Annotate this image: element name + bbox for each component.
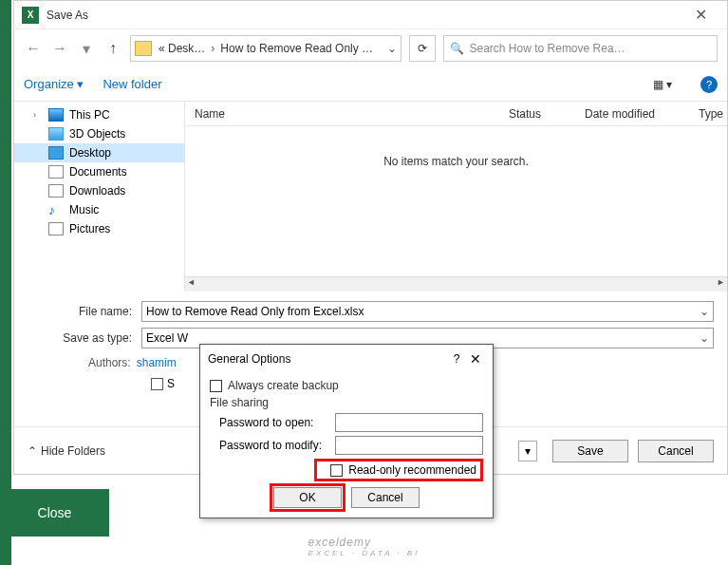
music-icon: ♪	[48, 203, 64, 217]
filename-value: How to Remove Read Only from Excel.xlsx	[146, 305, 364, 318]
chevron-down-icon[interactable]: ⌄	[700, 305, 709, 318]
tree-item-3d-objects[interactable]: 3D Objects	[14, 124, 184, 143]
column-headers: Name Status Date modified Type	[185, 102, 727, 126]
filename-input[interactable]: How to Remove Read Only from Excel.xlsx …	[141, 301, 714, 322]
folder-icon	[135, 41, 152, 56]
password-open-label: Password to open:	[219, 416, 335, 429]
close-icon[interactable]: ✕	[466, 351, 485, 367]
readonly-recommended-checkbox[interactable]	[330, 464, 343, 477]
view-options-button[interactable]: ▦ ▾	[653, 78, 672, 91]
tree-label: Desktop	[69, 146, 111, 160]
genopt-titlebar: General Options ? ✕	[200, 345, 493, 373]
hide-folders-label: Hide Folders	[41, 444, 105, 458]
pc-icon	[48, 108, 64, 122]
hide-folders-button[interactable]: ⌃ Hide Folders	[28, 444, 105, 458]
col-name[interactable]: Name	[185, 107, 499, 121]
navbar: ← → ▾ ↑ « Desk… › How to Remove Read Onl…	[14, 29, 727, 67]
tools-dropdown[interactable]: ▾	[518, 441, 537, 461]
savetype-label: Save as type:	[28, 331, 141, 345]
tree-item-music[interactable]: ♪ Music	[14, 200, 184, 219]
toolbar: Organize ▾ New folder ▦ ▾ ?	[14, 67, 727, 102]
desktop-icon	[48, 146, 64, 160]
organize-button[interactable]: Organize ▾	[24, 77, 84, 91]
file-sharing-section: File sharing	[210, 396, 483, 409]
password-modify-input[interactable]	[335, 436, 483, 455]
password-modify-label: Password to modify:	[219, 439, 335, 452]
close-panel-button[interactable]: Close	[0, 489, 109, 537]
save-thumbnail-label: S	[167, 377, 175, 390]
help-icon[interactable]: ?	[447, 352, 466, 366]
document-icon	[48, 165, 64, 179]
back-icon[interactable]: ←	[24, 39, 43, 58]
breadcrumb-segment[interactable]: « Desk…	[156, 42, 208, 55]
file-list: Name Status Date modified Type No items …	[185, 102, 727, 292]
genopt-title: General Options	[208, 352, 447, 366]
help-icon[interactable]: ?	[700, 76, 718, 93]
close-icon[interactable]: ✕	[681, 6, 719, 24]
authors-label: Authors:	[88, 356, 131, 369]
genopt-cancel-button[interactable]: Cancel	[351, 487, 420, 508]
search-input[interactable]: 🔍 Search How to Remove Rea…	[443, 35, 719, 62]
tree-item-documents[interactable]: Documents	[14, 162, 184, 181]
tree-label: Documents	[69, 165, 127, 179]
tree-label: 3D Objects	[69, 127, 125, 141]
always-backup-label: Always create backup	[228, 379, 339, 392]
picture-icon	[48, 222, 64, 235]
tree-label: This PC	[69, 108, 110, 122]
readonly-recommended-label: Read-only recommended	[348, 463, 476, 477]
password-open-input[interactable]	[335, 413, 483, 432]
savetype-value: Excel W	[146, 331, 188, 345]
ok-button[interactable]: OK	[273, 487, 342, 508]
app-sidebar-bg	[0, 0, 11, 565]
tree-label: Downloads	[69, 184, 125, 198]
col-type[interactable]: Type	[689, 107, 727, 121]
download-icon	[48, 184, 64, 198]
filename-label: File name:	[28, 305, 141, 318]
breadcrumb-segment[interactable]: How to Remove Read Only …	[217, 42, 376, 55]
forward-icon: →	[50, 39, 69, 58]
tree-item-this-pc[interactable]: › This PC	[14, 105, 184, 124]
search-icon: 🔍	[450, 42, 464, 55]
horizontal-scrollbar[interactable]	[185, 276, 727, 292]
readonly-recommended-row: Read-only recommended	[314, 459, 483, 481]
address-bar[interactable]: « Desk… › How to Remove Read Only … ⌄	[130, 35, 401, 62]
chevron-down-icon[interactable]: ⌄	[387, 42, 397, 55]
tree-label: Music	[69, 203, 99, 217]
tree-label: Pictures	[69, 222, 110, 235]
folder-tree: › This PC 3D Objects Desktop Documents D…	[14, 102, 185, 292]
save-button[interactable]: Save	[552, 440, 628, 462]
col-date[interactable]: Date modified	[575, 107, 689, 121]
watermark: exceldemy EXCEL · DATA · BI	[308, 534, 420, 557]
empty-message: No items match your search.	[185, 126, 727, 276]
cancel-button[interactable]: Cancel	[638, 440, 714, 462]
recent-dropdown-icon[interactable]: ▾	[77, 39, 96, 58]
excel-icon: X	[22, 7, 39, 24]
new-folder-button[interactable]: New folder	[103, 77, 161, 91]
authors-value[interactable]: shamim	[137, 356, 177, 369]
dialog-title: Save As	[47, 9, 681, 22]
refresh-button[interactable]: ⟳	[409, 35, 436, 62]
save-thumbnail-checkbox[interactable]	[151, 378, 163, 390]
general-options-dialog: General Options ? ✕ Always create backup…	[199, 344, 494, 518]
tree-item-desktop[interactable]: Desktop	[14, 143, 184, 162]
always-backup-checkbox[interactable]	[210, 380, 222, 392]
expand-icon[interactable]: ›	[33, 110, 43, 120]
col-status[interactable]: Status	[499, 107, 575, 121]
tree-item-pictures[interactable]: Pictures	[14, 219, 184, 238]
titlebar: X Save As ✕	[14, 1, 727, 29]
chevron-down-icon[interactable]: ⌄	[700, 331, 709, 345]
search-placeholder: Search How to Remove Rea…	[470, 42, 625, 55]
cube-icon	[48, 127, 64, 141]
chevron-right-icon[interactable]: ›	[208, 42, 217, 55]
up-icon[interactable]: ↑	[103, 39, 122, 58]
chevron-up-icon: ⌃	[28, 444, 37, 458]
tree-item-downloads[interactable]: Downloads	[14, 181, 184, 200]
